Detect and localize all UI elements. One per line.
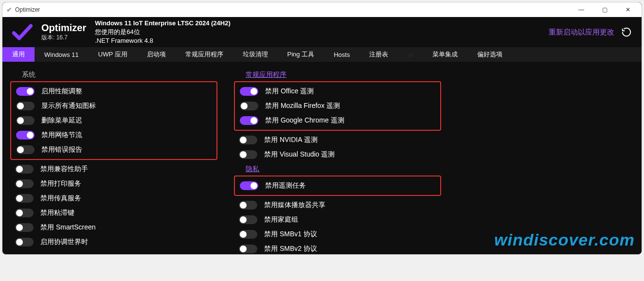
restart-to-apply-link[interactable]: 重新启动以应用更改 [549, 28, 614, 37]
system-item-5-label: 禁用兼容性助手 [40, 165, 88, 174]
app-version: 版本: 16.7 [41, 34, 86, 42]
system-item-5-toggle[interactable] [15, 165, 34, 174]
system-item-3: 禁用网络节流 [14, 128, 214, 142]
privacy-item-4-label: 禁用 SMBv2 协议 [264, 245, 317, 253]
section-header-system: 系统 [22, 70, 217, 79]
privacy-item-1-toggle[interactable] [239, 201, 257, 210]
system-item-3-label: 禁用网络节流 [41, 131, 82, 140]
privacy-item-2-toggle[interactable] [239, 215, 257, 224]
tab-0[interactable]: 通用 [2, 47, 35, 62]
tab-3[interactable]: 启动项 [137, 47, 176, 62]
privacy-item-0-label: 禁用遥测任务 [265, 181, 306, 190]
system-item-4: 禁用错误报告 [14, 142, 214, 157]
privacy-item-2-label: 禁用家庭组 [264, 215, 298, 224]
apps-item-4-toggle[interactable] [239, 150, 257, 159]
privacy-item-0-toggle[interactable] [240, 181, 258, 190]
watermark: windiscover.com [494, 230, 635, 249]
system-item-4-label: 禁用错误报告 [41, 145, 82, 154]
system-item-10-toggle[interactable] [15, 238, 34, 246]
system-item-10-label: 启用协调世界时 [40, 238, 88, 246]
apps-item-0-label: 禁用 Office 遥测 [265, 87, 314, 96]
system-item-7-toggle[interactable] [15, 194, 34, 203]
apps-item-4-label: 禁用 Visual Studio 遥测 [264, 150, 335, 159]
tab-6[interactable]: Ping 工具 [278, 47, 324, 62]
section-header-apps[interactable]: 常规应用程序 [246, 70, 441, 79]
system-item-9-label: 禁用 SmartScreen [40, 223, 96, 232]
column-right: 常规应用程序 禁用 Office 遥测禁用 Mozilla Firefox 遥测… [237, 67, 441, 249]
system-item-0-label: 启用性能调整 [41, 87, 82, 96]
content-area: 系统 启用性能调整显示所有通知图标删除菜单延迟禁用网络节流禁用错误报告 禁用兼容… [2, 62, 642, 254]
apps-item-2: 禁用 Google Chrome 遥测 [238, 113, 437, 128]
tab-bar: 通用Windows 11UWP 应用启动项常规应用程序垃圾清理Ping 工具Ho… [2, 47, 642, 62]
privacy-item-4: 禁用 SMBv2 协议 [237, 242, 441, 255]
app-window: ✔ Optimizer — ▢ ✕ Optimizer 版本: 16.7 Win… [2, 2, 642, 255]
system-item-2: 删除菜单延迟 [14, 113, 214, 128]
tab-9[interactable]: ··· [398, 47, 423, 62]
apps-item-4: 禁用 Visual Studio 遥测 [237, 147, 441, 162]
system-item-7: 禁用传真服务 [13, 191, 217, 206]
system-item-6-label: 禁用打印服务 [40, 179, 81, 188]
system-item-6: 禁用打印服务 [13, 176, 217, 191]
system-item-2-label: 删除菜单延迟 [41, 116, 82, 125]
apps-item-1: 禁用 Mozilla Firefox 遥测 [238, 99, 437, 113]
tab-10[interactable]: 菜单集成 [423, 47, 467, 62]
maximize-button[interactable]: ▢ [595, 3, 614, 17]
titlebar: ✔ Optimizer — ▢ ✕ [2, 2, 642, 17]
privacy-item-0: 禁用遥测任务 [238, 178, 437, 193]
apps-item-3-toggle[interactable] [239, 136, 257, 144]
apps-item-3-label: 禁用 NVIDIA 遥测 [264, 136, 318, 144]
privacy-item-3: 禁用 SMBv1 协议 [237, 227, 441, 242]
system-item-5: 禁用兼容性助手 [13, 162, 217, 176]
apps-item-0: 禁用 Office 遥测 [238, 84, 437, 99]
system-item-9-toggle[interactable] [15, 223, 34, 232]
tab-4[interactable]: 常规应用程序 [176, 47, 233, 62]
system-item-10: 启用协调世界时 [13, 235, 217, 249]
tab-5[interactable]: 垃圾清理 [233, 47, 278, 62]
net-line: .NET Framework 4.8 [95, 36, 231, 45]
apps-item-2-label: 禁用 Google Chrome 遥测 [265, 116, 344, 125]
apps-item-0-toggle[interactable] [240, 87, 258, 96]
apps-item-1-toggle[interactable] [240, 102, 258, 110]
minimize-button[interactable]: — [572, 3, 591, 17]
apps-item-2-toggle[interactable] [240, 116, 258, 125]
system-info: Windows 11 IoT Enterprise LTSC 2024 (24H… [95, 19, 231, 46]
system-item-3-toggle[interactable] [16, 131, 35, 140]
system-item-1: 显示所有通知图标 [14, 99, 214, 113]
highlight-system: 启用性能调整显示所有通知图标删除菜单延迟禁用网络节流禁用错误报告 [10, 81, 217, 160]
system-item-4-toggle[interactable] [16, 145, 35, 154]
close-button[interactable]: ✕ [618, 3, 638, 17]
privacy-item-3-label: 禁用 SMBv1 协议 [264, 230, 317, 239]
refresh-icon[interactable] [620, 26, 633, 38]
titlebar-app-icon: ✔ [6, 6, 12, 14]
tab-8[interactable]: 注册表 [359, 47, 398, 62]
app-logo-icon [11, 21, 33, 43]
column-system: 系统 启用性能调整显示所有通知图标删除菜单延迟禁用网络节流禁用错误报告 禁用兼容… [13, 67, 217, 249]
system-item-7-label: 禁用传真服务 [40, 194, 81, 203]
system-item-6-toggle[interactable] [15, 179, 34, 188]
system-item-8-toggle[interactable] [15, 209, 34, 217]
privacy-item-1: 禁用媒体播放器共享 [237, 198, 441, 212]
system-item-1-toggle[interactable] [16, 102, 35, 110]
system-item-8: 禁用粘滞键 [13, 206, 217, 220]
system-item-0-toggle[interactable] [16, 87, 35, 96]
apps-item-3: 禁用 NVIDIA 遥测 [237, 133, 441, 147]
system-item-2-toggle[interactable] [16, 116, 35, 125]
privacy-item-4-toggle[interactable] [239, 245, 257, 253]
tab-11[interactable]: 偏好选项 [467, 47, 512, 62]
system-item-9: 禁用 SmartScreen [13, 220, 217, 235]
privacy-item-1-label: 禁用媒体播放器共享 [264, 201, 325, 210]
titlebar-title: Optimizer [15, 6, 40, 13]
os-line: Windows 11 IoT Enterprise LTSC 2024 (24H… [95, 19, 231, 28]
tab-7[interactable]: Hosts [324, 47, 359, 62]
tab-2[interactable]: UWP 应用 [89, 47, 137, 62]
app-name: Optimizer [41, 22, 86, 34]
highlight-privacy: 禁用遥测任务 [234, 176, 441, 196]
tab-1[interactable]: Windows 11 [35, 47, 89, 62]
privacy-item-3-toggle[interactable] [239, 230, 257, 239]
highlight-apps: 禁用 Office 遥测禁用 Mozilla Firefox 遥测禁用 Goog… [234, 81, 441, 131]
section-header-privacy[interactable]: 隐私 [246, 165, 441, 174]
system-item-8-label: 禁用粘滞键 [40, 209, 74, 217]
system-item-0: 启用性能调整 [14, 84, 214, 99]
header: Optimizer 版本: 16.7 Windows 11 IoT Enterp… [2, 17, 642, 47]
system-item-1-label: 显示所有通知图标 [41, 102, 96, 110]
